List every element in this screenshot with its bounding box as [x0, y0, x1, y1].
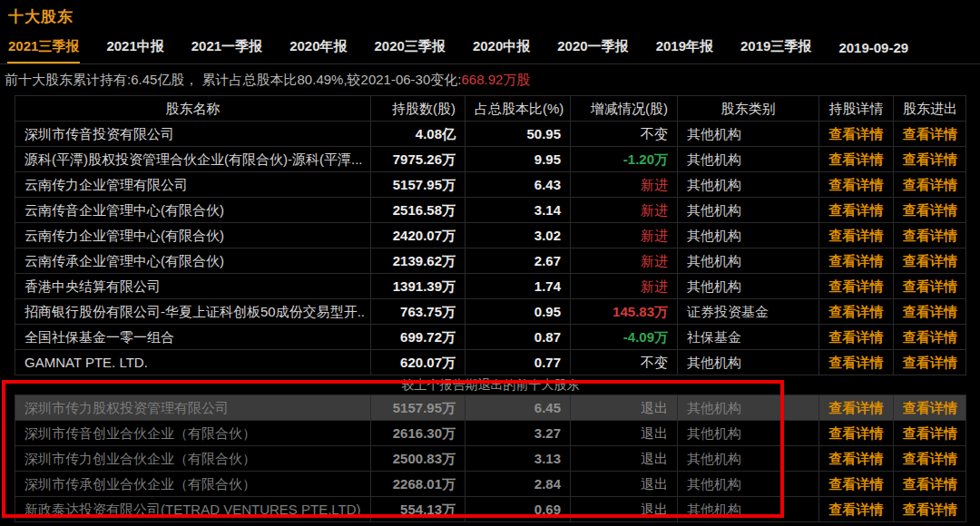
- view-detail-link[interactable]: 查看详情: [819, 472, 894, 497]
- period-tab-2019-annual[interactable]: 2019年报: [655, 34, 714, 63]
- header-shares-held: 持股数(股): [371, 96, 466, 122]
- shareholder-row-10: GAMNAT PTE. LTD. 620.07万 0.77 不变 其他机构 查看…: [15, 350, 966, 375]
- period-tab-2021-q3[interactable]: 2021三季报: [7, 34, 80, 63]
- shares-held: 2420.07万: [371, 223, 466, 248]
- shares-held: 5157.95万: [371, 172, 466, 198]
- shares-held: 5157.95万: [371, 395, 466, 421]
- ratio-value: 0.87: [466, 325, 571, 350]
- shareholder-row-6: 云南传承企业管理中心(有限合伙) 2139.62万 2.67 新进 其他机构 查…: [15, 248, 966, 274]
- ratio-value: 3.02: [466, 223, 571, 248]
- top-shareholders-table: 股东名称 持股数(股) 占总股本比(%) 增减情况(股) 股东类别 持股详情 股…: [15, 95, 966, 522]
- shareholder-type: 社保基金: [678, 325, 819, 350]
- shares-held: 2139.62万: [371, 248, 466, 274]
- summary-change-value: 668.92万股: [461, 72, 530, 87]
- in-out-link[interactable]: 查看详情: [894, 274, 966, 299]
- shareholder-name: GAMNAT PTE. LTD.: [15, 350, 371, 375]
- table-header-row: 股东名称 持股数(股) 占总股本比(%) 增减情况(股) 股东类别 持股详情 股…: [15, 96, 966, 122]
- shareholder-row-3: 云南传力企业管理有限公司 5157.95万 6.43 新进 其他机构 查看详情 …: [15, 172, 966, 198]
- shares-held: 763.75万: [371, 299, 466, 325]
- shareholder-name: 招商银行股份有限公司-华夏上证科创板50成份交易型开..: [15, 299, 371, 325]
- shares-held: 1391.39万: [371, 274, 466, 299]
- shareholder-row-8: 招商银行股份有限公司-华夏上证科创板50成份交易型开.. 763.75万 0.9…: [15, 299, 966, 325]
- summary-text: 前十大股东累计持有:6.45亿股， 累计占总股本比80.49%,较2021-06…: [5, 72, 461, 87]
- period-tab-2020-q1[interactable]: 2020一季报: [556, 34, 629, 63]
- shareholder-name: 深圳市传音创业合伙企业（有限合伙）: [15, 421, 371, 446]
- period-tab-2020-interim[interactable]: 2020中报: [472, 34, 531, 63]
- period-tab-2021-q1[interactable]: 2021一季报: [191, 34, 263, 63]
- view-detail-link[interactable]: 查看详情: [819, 223, 894, 248]
- ratio-value: 3.13: [466, 446, 571, 472]
- in-out-link[interactable]: 查看详情: [894, 198, 966, 223]
- ratio-value: 0.69: [466, 497, 571, 522]
- shareholder-name: 云南传承企业管理中心(有限合伙): [15, 248, 371, 274]
- ratio-value: 9.95: [466, 147, 571, 172]
- view-detail-link[interactable]: 查看详情: [819, 248, 894, 274]
- in-out-link[interactable]: 查看详情: [894, 472, 966, 497]
- shares-held: 554.13万: [371, 497, 466, 522]
- shares-held: 620.07万: [371, 350, 466, 375]
- in-out-link[interactable]: 查看详情: [894, 421, 966, 446]
- shareholder-name: 云南传力企业管理中心(有限合伙): [15, 223, 371, 248]
- exited-shareholder-row-5: 新政泰达投资有限公司(TETRAD VENTURES PTE.LTD) 554.…: [15, 497, 966, 522]
- view-detail-link[interactable]: 查看详情: [819, 299, 894, 325]
- holdings-summary: 前十大股东累计持有:6.45亿股， 累计占总股本比80.49%,较2021-06…: [0, 64, 980, 95]
- exited-shareholder-row-3: 深圳市传力创业合伙企业（有限合伙） 2500.83万 3.13 退出 其他机构 …: [15, 446, 966, 472]
- view-detail-link[interactable]: 查看详情: [819, 172, 894, 198]
- shareholder-row-2: 源科(平潭)股权投资管理合伙企业(有限合伙)-源科(平潭... 7975.26万…: [15, 147, 966, 172]
- in-out-link[interactable]: 查看详情: [894, 122, 966, 147]
- view-detail-link[interactable]: 查看详情: [819, 350, 894, 375]
- shareholder-name: 新政泰达投资有限公司(TETRAD VENTURES PTE.LTD): [15, 497, 371, 522]
- in-out-link[interactable]: 查看详情: [894, 350, 966, 375]
- period-tab-2020-q3[interactable]: 2020三季报: [374, 34, 446, 63]
- shares-held: 2268.01万: [371, 472, 466, 497]
- view-detail-link[interactable]: 查看详情: [819, 497, 894, 522]
- view-detail-link[interactable]: 查看详情: [819, 147, 894, 172]
- in-out-link[interactable]: 查看详情: [894, 223, 966, 248]
- change-value: 不变: [571, 122, 678, 147]
- shareholder-name: 云南传力企业管理有限公司: [15, 172, 371, 198]
- shareholder-row-7: 香港中央结算有限公司 1391.39万 1.74 新进 其他机构 查看详情 查看…: [15, 274, 966, 299]
- change-value: 新进: [571, 223, 678, 248]
- ratio-value: 6.45: [466, 395, 571, 421]
- change-value: -4.09万: [571, 325, 678, 350]
- period-tab-2019-q3[interactable]: 2019三季报: [740, 34, 812, 63]
- view-detail-link[interactable]: 查看详情: [819, 446, 894, 472]
- in-out-link[interactable]: 查看详情: [894, 446, 966, 472]
- in-out-link[interactable]: 查看详情: [894, 395, 966, 421]
- view-detail-link[interactable]: 查看详情: [819, 395, 894, 421]
- header-ratio: 占总股本比(%): [466, 96, 571, 122]
- shareholder-type: 其他机构: [678, 274, 819, 299]
- in-out-link[interactable]: 查看详情: [894, 299, 966, 325]
- change-value: -1.20万: [571, 147, 678, 172]
- header-shareholder-name: 股东名称: [15, 96, 371, 122]
- change-value: 退出: [571, 446, 678, 472]
- view-detail-link[interactable]: 查看详情: [819, 274, 894, 299]
- ratio-value: 3.14: [466, 198, 571, 223]
- shares-held: 2616.30万: [371, 421, 466, 446]
- in-out-link[interactable]: 查看详情: [894, 497, 966, 522]
- shareholder-type: 其他机构: [678, 147, 819, 172]
- view-detail-link[interactable]: 查看详情: [819, 198, 894, 223]
- in-out-link[interactable]: 查看详情: [894, 325, 966, 350]
- shareholder-name: 深圳市传承创业合伙企业（有限合伙）: [15, 472, 371, 497]
- change-value: 新进: [571, 172, 678, 198]
- in-out-link[interactable]: 查看详情: [894, 248, 966, 274]
- shareholder-type: 其他机构: [678, 446, 819, 472]
- change-value: 新进: [571, 248, 678, 274]
- shareholder-name: 云南传音企业管理中心(有限合伙): [15, 198, 371, 223]
- view-detail-link[interactable]: 查看详情: [819, 421, 894, 446]
- period-tab-2019-09-29[interactable]: 2019-09-29: [838, 35, 909, 63]
- in-out-link[interactable]: 查看详情: [894, 172, 966, 198]
- change-value: 退出: [571, 497, 678, 522]
- shareholder-type: 其他机构: [678, 395, 819, 421]
- period-tab-2020-annual[interactable]: 2020年报: [289, 34, 348, 63]
- in-out-link[interactable]: 查看详情: [894, 147, 966, 172]
- view-detail-link[interactable]: 查看详情: [819, 122, 894, 147]
- shareholder-type: 其他机构: [678, 472, 819, 497]
- shareholder-type: 其他机构: [678, 172, 819, 198]
- view-detail-link[interactable]: 查看详情: [819, 325, 894, 350]
- shareholder-type: 其他机构: [678, 198, 819, 223]
- exited-section-divider: 较上个报告期退出的前十大股东: [15, 375, 966, 395]
- change-value: 新进: [571, 274, 678, 299]
- period-tab-2021-interim[interactable]: 2021中报: [105, 34, 164, 63]
